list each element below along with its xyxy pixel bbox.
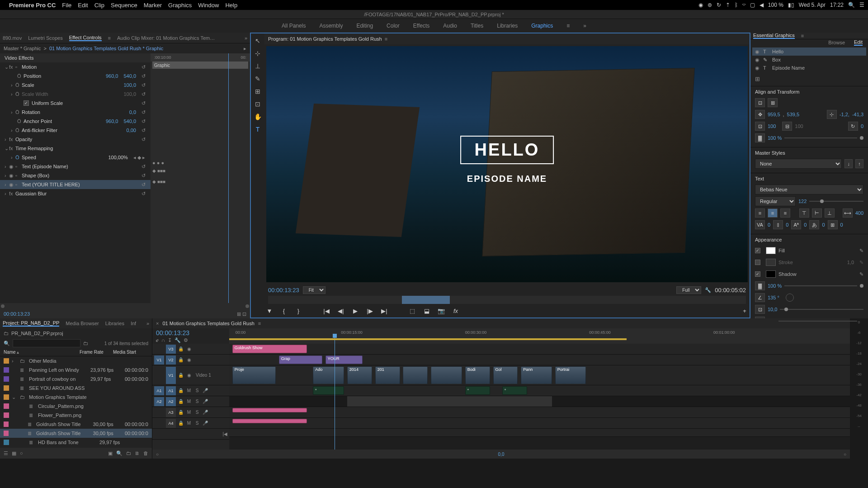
shadow-opacity-icon[interactable]: ▓ (755, 281, 765, 290)
font-weight-select[interactable]: Regular (755, 196, 796, 206)
tl-zoom[interactable]: 0,0 (159, 452, 844, 457)
clip-v1-2[interactable]: Ado (313, 366, 344, 384)
clip-a1-3[interactable]: ▫ (502, 386, 527, 395)
layer-eye-icon[interactable]: ◉ (755, 65, 760, 71)
align-middle-icon[interactable]: ⊢ (812, 208, 822, 218)
marker-btn-icon[interactable]: ▼ (264, 306, 274, 316)
text-ep-reset-icon[interactable]: ↺ (142, 164, 149, 170)
project-item[interactable]: ≣Panning Left on Windy23,976 fps00:00:00… (0, 365, 152, 374)
project-item[interactable]: ≣Goldrush Show Title30,00 fps00:00:00:0 (0, 429, 152, 438)
k1[interactable]: 0 (768, 222, 770, 227)
clip-v1-3[interactable]: 2014 (347, 366, 372, 384)
eye-v3-icon[interactable]: ◉ (186, 346, 192, 352)
find-icon[interactable]: 🔍 (116, 450, 123, 456)
clip-v1-7[interactable]: Bodi (465, 366, 490, 384)
episode-name-text[interactable]: EPISODE NAME (467, 174, 547, 184)
add-button-icon[interactable]: + (740, 306, 750, 316)
clip-a1-1[interactable]: ▫ (313, 386, 344, 395)
shadow-blur-slider[interactable] (778, 321, 857, 322)
af-twisty-icon[interactable]: › (11, 128, 15, 133)
goto-in-icon[interactable]: |◀ (321, 306, 331, 316)
clip-your-v2[interactable]: YOUR (326, 355, 363, 364)
opacity-twisty-icon[interactable]: › (5, 137, 9, 142)
tab-effect-menu-icon[interactable]: ≡ (108, 35, 111, 41)
volume-icon[interactable]: ◀ (760, 2, 764, 8)
anchor-stopwatch-icon[interactable]: Ö (17, 118, 24, 124)
af-value[interactable]: 0,00 (127, 128, 136, 133)
ec-toggle-icon[interactable]: ⊞ ⊡ (237, 311, 246, 317)
play-icon[interactable]: ▶ (350, 306, 360, 316)
clip-a4[interactable] (232, 419, 307, 423)
fill-checkbox[interactable]: ✓ (755, 248, 760, 253)
time-remap-twisty-icon[interactable]: ⌄ (5, 146, 9, 152)
lock-a4-icon[interactable]: 🔒 (178, 420, 184, 426)
shape-box-label[interactable]: Shape (Box) (22, 173, 142, 178)
menu-clip[interactable]: Clip (94, 2, 104, 9)
goto-out-icon[interactable]: ▶| (379, 306, 389, 316)
gaussian-twisty-icon[interactable]: › (5, 191, 9, 196)
anchor-icon[interactable]: ⊹ (827, 110, 837, 119)
project-item[interactable]: ≣Portrait of cowboy on29,97 fps00:00:00:… (0, 374, 152, 384)
clip-v1-9[interactable]: Pann (521, 366, 552, 384)
baseline-icon[interactable]: Aª (791, 220, 801, 229)
tsume-icon[interactable]: あ (809, 220, 819, 229)
link-icon[interactable]: ∩ (161, 337, 165, 343)
shape-twisty-icon[interactable]: › (5, 173, 9, 178)
project-item[interactable]: ≣Circular_Pattern.png (0, 402, 152, 411)
essential-graphics-tab[interactable]: Essential Graphics (753, 33, 795, 39)
marker-icon[interactable]: ↧ (168, 337, 172, 343)
eg-pos-x[interactable]: 959,5 (768, 112, 780, 117)
clip-graphic-v2[interactable]: Grap (279, 355, 322, 364)
info-tab[interactable]: Inf (131, 321, 136, 326)
project-item[interactable]: ≣SEE YOU AROUND ASS (0, 384, 152, 393)
scale-h-icon[interactable]: ⊟ (782, 122, 792, 131)
libraries-tab[interactable]: Libraries (105, 321, 124, 326)
clip-v1-8[interactable]: Gol (493, 366, 518, 384)
ws-graphics-menu-icon[interactable]: ≡ (566, 23, 570, 29)
battery-icon[interactable]: ▮▯ (788, 2, 794, 8)
ws-assembly[interactable]: Assembly (319, 23, 343, 29)
ws-graphics[interactable]: Graphics (531, 23, 553, 29)
menu-sequence[interactable]: Sequence (111, 2, 137, 9)
wifi-icon[interactable]: ⌔ (742, 2, 745, 8)
mic-a4-icon[interactable]: 🎤 (202, 420, 208, 426)
tl-menu-icon[interactable]: ≡ (258, 321, 261, 326)
clip-a1-2[interactable]: ▫ (465, 386, 490, 395)
eg-menu-icon[interactable]: ≡ (801, 33, 804, 38)
layer-box[interactable]: ◉✎Box (752, 56, 866, 64)
layer-eye-icon[interactable]: ◉ (755, 57, 760, 63)
clip-v1-6[interactable] (431, 366, 462, 384)
eg-pos-y[interactable]: 539,5 (787, 112, 800, 117)
layer-eye-icon[interactable]: ◉ (755, 49, 760, 55)
opacity-icon[interactable]: ▓ (755, 133, 765, 142)
settings-icon[interactable]: ⚙ (184, 337, 188, 343)
shadow-dist-icon[interactable]: ⊡ (755, 305, 765, 314)
eye-v2-icon[interactable]: ◉ (186, 357, 192, 363)
text-title-label[interactable]: Text (YOUR TITLE HERE) (22, 182, 142, 187)
position-y[interactable]: 540,0 (123, 73, 136, 79)
ws-libraries[interactable]: Libraries (497, 23, 518, 29)
step-fwd-icon[interactable]: |▶ (365, 306, 375, 316)
layer-episode[interactable]: ◉TEpisode Name (752, 64, 866, 72)
ec-timecode[interactable]: 00:00:13:23 (4, 311, 30, 317)
mic-a1-icon[interactable]: 🎤 (202, 388, 208, 394)
size-slider[interactable] (809, 201, 863, 202)
timeline-playhead[interactable] (335, 344, 335, 450)
fill-eyedropper-icon[interactable]: ✎ (859, 248, 863, 254)
speed-value[interactable]: 100,00% (108, 155, 127, 160)
time-remap-label[interactable]: Time Remapping (15, 146, 149, 151)
fill-swatch[interactable] (766, 247, 776, 254)
scale-stopwatch-icon[interactable]: Ö (15, 82, 22, 88)
upload-icon[interactable]: ⇡ (726, 2, 730, 8)
new-layer-icon[interactable]: ⊞ (755, 76, 760, 82)
text-title-eye-icon[interactable]: ◉ (9, 182, 15, 188)
export-frame-icon[interactable]: 📷 (436, 306, 446, 316)
clip-v1-5[interactable] (403, 366, 428, 384)
tracking-icon[interactable]: ⟷ (843, 208, 853, 218)
airplay-icon[interactable]: ▢ (750, 2, 755, 8)
position-reset-icon[interactable]: ↺ (142, 73, 149, 79)
icon-view-icon[interactable]: ▦ (12, 450, 16, 456)
eg-edit-tab[interactable]: Edit (854, 39, 863, 46)
program-scrubber[interactable] (268, 296, 746, 304)
font-size[interactable]: 122 (798, 199, 807, 204)
